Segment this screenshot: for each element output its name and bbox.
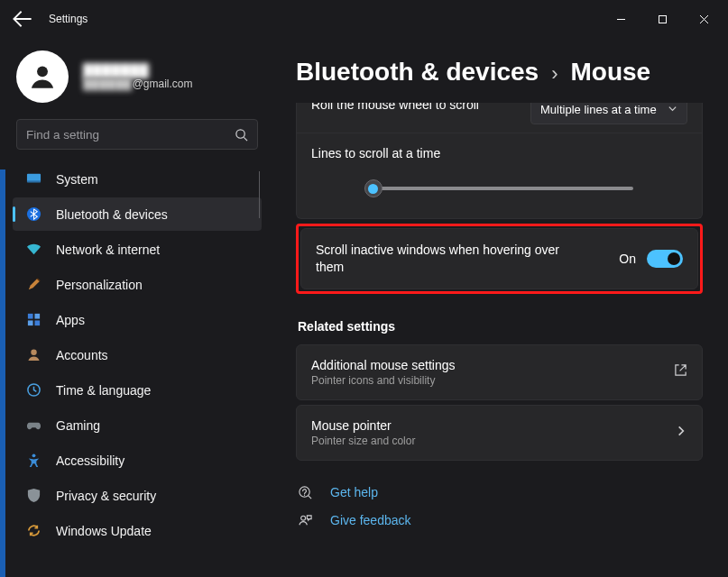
svg-rect-8: [27, 320, 32, 325]
svg-rect-0: [659, 15, 666, 23]
sidebar-item-windows-update[interactable]: Windows Update: [13, 514, 262, 547]
chevron-right-icon: ›: [551, 62, 558, 86]
maximize-button[interactable]: [641, 5, 683, 33]
dropdown-value: Multiple lines at a time: [540, 103, 657, 116]
display-icon: [25, 171, 41, 188]
get-help-link[interactable]: Get help: [298, 485, 703, 500]
svg-point-14: [301, 516, 306, 520]
breadcrumb-parent[interactable]: Bluetooth & devices: [296, 58, 539, 87]
search-box[interactable]: [16, 119, 258, 150]
person-icon: [25, 347, 41, 363]
nav-label: Accessibility: [56, 453, 124, 468]
feedback-icon: [298, 513, 314, 528]
sidebar-item-network[interactable]: Network & internet: [13, 233, 262, 266]
nav-label: Windows Update: [56, 524, 152, 538]
svg-point-12: [32, 453, 35, 457]
nav-label: Accounts: [56, 348, 108, 362]
breadcrumb: Bluetooth & devices › Mouse: [296, 58, 703, 87]
shield-icon: [25, 488, 41, 504]
sidebar: ███████ ██████@gmail.com System Bluetoot…: [0, 38, 271, 577]
sidebar-item-apps[interactable]: Apps: [13, 303, 262, 336]
link-sub: Pointer size and color: [311, 435, 415, 447]
profile-name: ███████: [83, 63, 193, 78]
nav-label: Time & language: [56, 383, 151, 398]
roll-wheel-label: Roll the mouse wheel to scroll: [311, 103, 479, 112]
settings-window: Settings ███████ ██████@gmail.com: [0, 0, 728, 577]
apps-icon: [25, 312, 41, 328]
slider-track: [365, 187, 633, 190]
app-title: Settings: [49, 13, 88, 25]
scroll-inactive-card: Scroll inactive windows when hovering ov…: [300, 228, 698, 289]
svg-rect-9: [34, 320, 40, 325]
lines-slider[interactable]: [365, 180, 633, 197]
sidebar-item-time-language[interactable]: Time & language: [13, 373, 262, 407]
lines-slider-label: Lines to scroll at a time: [311, 146, 687, 160]
nav-list: System Bluetooth & devices Network & int…: [13, 162, 262, 547]
nav-label: Apps: [56, 313, 85, 327]
sidebar-item-accounts[interactable]: Accounts: [13, 338, 262, 371]
footer-links: Get help Give feedback: [296, 485, 703, 528]
chevron-down-icon: [668, 103, 677, 116]
lines-slider-row: Lines to scroll at a time: [297, 133, 702, 218]
scroll-inactive-label: Scroll inactive windows when hovering ov…: [316, 242, 568, 276]
sidebar-item-accessibility[interactable]: Accessibility: [13, 444, 262, 477]
minimize-button[interactable]: [600, 5, 641, 33]
link-title: Mouse pointer: [311, 418, 415, 433]
search-input[interactable]: [26, 128, 235, 142]
additional-mouse-settings-card[interactable]: Additional mouse settings Pointer icons …: [296, 344, 703, 400]
close-button[interactable]: [683, 5, 724, 33]
breadcrumb-current: Mouse: [571, 58, 651, 87]
svg-point-10: [31, 349, 36, 354]
paintbrush-icon: [25, 277, 41, 293]
give-feedback-text: Give feedback: [330, 513, 411, 527]
window-controls: [600, 5, 724, 33]
search-icon: [235, 128, 248, 142]
back-button[interactable]: [13, 9, 32, 29]
nav-label: Gaming: [56, 418, 100, 433]
scroll-inactive-toggle[interactable]: [647, 250, 683, 268]
svg-point-2: [236, 129, 244, 137]
nav-label: Bluetooth & devices: [56, 207, 168, 222]
scroll-settings-card: Roll the mouse wheel to scroll Multiple …: [296, 103, 703, 219]
gaming-icon: [25, 417, 41, 434]
toggle-state-text: On: [619, 252, 636, 266]
sidebar-item-gaming[interactable]: Gaming: [13, 408, 262, 442]
sidebar-item-bluetooth-devices[interactable]: Bluetooth & devices: [13, 197, 262, 231]
chevron-right-icon: [675, 425, 687, 441]
svg-rect-6: [27, 314, 32, 319]
link-title: Additional mouse settings: [311, 358, 456, 372]
svg-rect-7: [34, 314, 40, 319]
clock-icon: [25, 382, 41, 398]
bluetooth-icon: [25, 206, 41, 223]
sidebar-item-system[interactable]: System: [13, 162, 262, 196]
nav-label: Network & internet: [56, 243, 160, 257]
accessibility-icon: [25, 453, 41, 469]
help-icon: [298, 485, 314, 500]
svg-point-1: [37, 66, 48, 77]
link-sub: Pointer icons and visibility: [311, 374, 456, 387]
give-feedback-link[interactable]: Give feedback: [298, 513, 703, 528]
profile[interactable]: ███████ ██████@gmail.com: [13, 50, 262, 103]
roll-wheel-dropdown[interactable]: Multiple lines at a time: [530, 103, 687, 124]
get-help-text: Get help: [330, 485, 378, 499]
highlight-frame: Scroll inactive windows when hovering ov…: [296, 224, 703, 294]
update-icon: [25, 523, 41, 539]
slider-thumb[interactable]: [364, 179, 382, 197]
profile-email: ██████@gmail.com: [83, 78, 193, 90]
sidebar-item-personalization[interactable]: Personalization: [13, 268, 262, 301]
svg-rect-4: [26, 180, 40, 182]
external-link-icon: [674, 363, 687, 380]
roll-wheel-row: Roll the mouse wheel to scroll Multiple …: [297, 103, 702, 133]
titlebar: Settings: [0, 0, 728, 38]
mouse-pointer-card[interactable]: Mouse pointer Pointer size and color: [296, 405, 703, 461]
avatar: [16, 50, 69, 103]
sidebar-item-privacy[interactable]: Privacy & security: [13, 479, 262, 512]
wifi-icon: [25, 242, 41, 258]
nav-label: Privacy & security: [56, 489, 156, 503]
nav-label: Personalization: [56, 278, 143, 292]
related-heading: Related settings: [298, 319, 703, 334]
nav-label: System: [56, 172, 98, 187]
content-pane: Bluetooth & devices › Mouse Roll the mou…: [271, 38, 728, 577]
